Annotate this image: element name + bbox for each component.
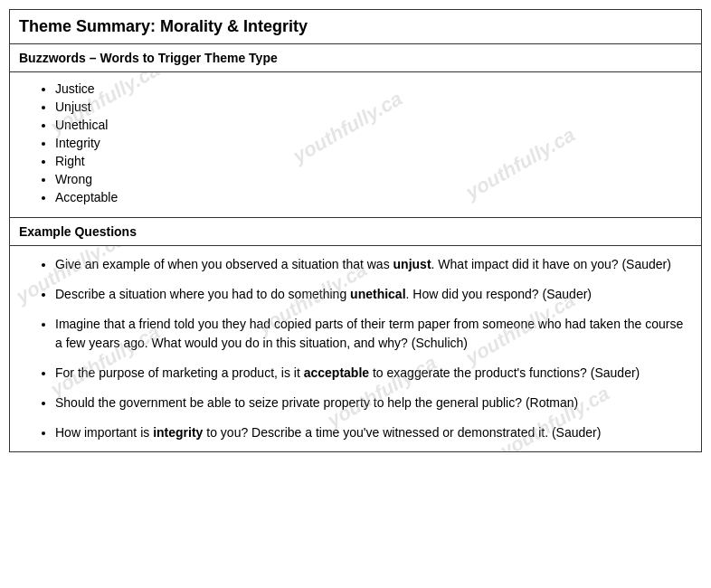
examples-list: Give an example of when you observed a s… [28,255,692,442]
examples-section-header: Example Questions [10,218,701,246]
examples-section: youthfully.ca youthfully.ca youthfully.c… [10,246,701,451]
list-item: Right [55,154,692,168]
examples-header-text: Example Questions [19,224,137,239]
list-item: For the purpose of marketing a product, … [55,364,692,383]
list-item: Unethical [55,118,692,132]
title-row: Theme Summary: Morality & Integrity [10,10,701,44]
page-title: Theme Summary: Morality & Integrity [19,17,308,35]
list-item: How important is integrity to you? Descr… [55,423,692,442]
list-item: Give an example of when you observed a s… [55,255,692,274]
page-container: Theme Summary: Morality & Integrity Buzz… [9,9,702,452]
buzzwords-section: youthfully.ca youthfully.ca youthfully.c… [10,72,701,218]
list-item: Unjust [55,100,692,114]
list-item: Wrong [55,172,692,186]
list-item: Integrity [55,136,692,150]
buzzwords-section-header: Buzzwords – Words to Trigger Theme Type [10,44,701,72]
list-item: Should the government be able to seize p… [55,394,692,413]
buzzwords-header-text: Buzzwords – Words to Trigger Theme Type [19,51,278,65]
list-item: Justice [55,81,692,96]
list-item: Describe a situation where you had to do… [55,285,692,304]
list-item: Imagine that a friend told you they had … [55,315,692,353]
buzzwords-list: Justice Unjust Unethical Integrity Right… [28,81,692,204]
list-item: Acceptable [55,190,692,204]
